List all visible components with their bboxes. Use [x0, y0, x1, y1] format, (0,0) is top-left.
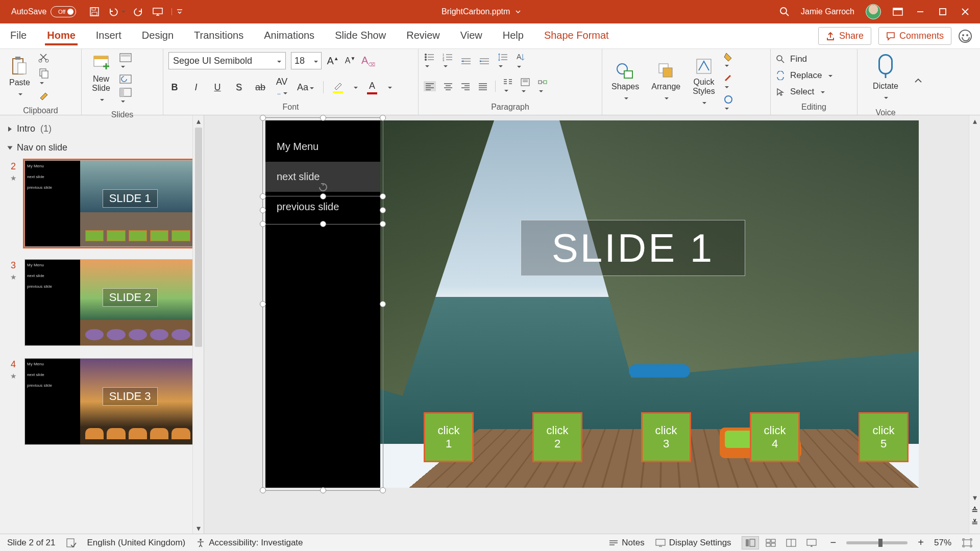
- grow-font-button[interactable]: A▲: [327, 55, 339, 67]
- save-icon[interactable]: [89, 7, 100, 17]
- arrange-button[interactable]: Arrange: [647, 60, 684, 105]
- click-1-shape[interactable]: click1: [424, 412, 474, 462]
- cut-button[interactable]: [38, 52, 50, 63]
- columns-button[interactable]: [503, 78, 513, 94]
- scroll-down-icon[interactable]: ▾: [193, 522, 204, 534]
- slide-canvas[interactable]: My Menu next slide previous slide: [265, 120, 919, 488]
- shapes-button[interactable]: Shapes: [607, 60, 643, 105]
- reading-view-button[interactable]: [782, 536, 800, 549]
- search-icon[interactable]: [779, 7, 790, 17]
- format-painter-button[interactable]: [38, 91, 50, 102]
- maximize-icon[interactable]: [937, 8, 948, 16]
- section-button[interactable]: [119, 88, 132, 105]
- tab-shape-format[interactable]: Shape Format: [542, 27, 611, 45]
- tab-animations[interactable]: Animations: [262, 27, 316, 45]
- bold-button[interactable]: B: [168, 82, 181, 93]
- numbering-button[interactable]: 123: [442, 53, 453, 70]
- notes-button[interactable]: Notes: [608, 538, 644, 548]
- tab-home[interactable]: Home: [45, 27, 78, 45]
- char-spacing-button[interactable]: AV↔: [276, 77, 288, 98]
- user-name[interactable]: Jamie Garroch: [801, 7, 854, 16]
- minimize-icon[interactable]: [915, 8, 926, 16]
- scroll-up-icon[interactable]: ▴: [193, 115, 204, 127]
- ribbon-display-icon[interactable]: [892, 8, 903, 16]
- scroll-up-icon[interactable]: ▴: [969, 115, 980, 127]
- scroll-down-icon[interactable]: ▾: [969, 492, 980, 503]
- layout-button[interactable]: [119, 53, 132, 70]
- reset-button[interactable]: [119, 74, 132, 84]
- slide-title[interactable]: SLIDE 1: [521, 220, 745, 276]
- shape-effects-button[interactable]: [723, 95, 734, 112]
- click-4-shape[interactable]: click4: [750, 412, 800, 462]
- highlight-dropdown[interactable]: [352, 83, 358, 91]
- prev-slide-nav-icon[interactable]: ≙: [969, 506, 980, 515]
- slide-thumbnail-2[interactable]: My Menunext slideprevious slide SLIDE 1: [24, 160, 198, 247]
- section-intro[interactable]: Intro (1): [5, 119, 200, 138]
- paste-button[interactable]: Paste: [5, 54, 34, 101]
- smartart-button[interactable]: [537, 78, 548, 95]
- zoom-slider-thumb[interactable]: [878, 539, 883, 547]
- strikethrough-button[interactable]: ab: [254, 82, 266, 93]
- language-status[interactable]: English (United Kingdom): [87, 538, 186, 548]
- textbox-selection[interactable]: [262, 196, 383, 224]
- scroll-thumb[interactable]: [195, 128, 202, 347]
- slide-position[interactable]: Slide 2 of 21: [7, 538, 56, 548]
- document-title[interactable]: BrightCarbon.pptm: [442, 7, 510, 16]
- new-slide-button[interactable]: New Slide: [87, 52, 115, 106]
- redo-button[interactable]: [134, 7, 144, 17]
- undo-button[interactable]: [108, 7, 126, 17]
- section-nav[interactable]: Nav on slide: [5, 138, 200, 157]
- replace-button[interactable]: Replace: [776, 70, 832, 81]
- slide-editor[interactable]: My Menu next slide previous slide: [204, 115, 980, 534]
- present-button[interactable]: [152, 7, 163, 17]
- user-avatar[interactable]: [866, 4, 881, 19]
- title-dropdown-icon[interactable]: [515, 9, 521, 15]
- normal-view-button[interactable]: [742, 536, 759, 549]
- font-size-combo[interactable]: 18: [291, 52, 322, 69]
- fit-window-button[interactable]: [962, 538, 973, 547]
- highlight-button[interactable]: [333, 81, 343, 93]
- click-2-shape[interactable]: click2: [532, 412, 582, 462]
- zoom-value[interactable]: 57%: [934, 538, 951, 548]
- outline-scrollbar[interactable]: ▴ ▾: [192, 115, 204, 534]
- tab-transitions[interactable]: Transitions: [192, 27, 246, 45]
- close-icon[interactable]: [960, 8, 971, 16]
- tab-file[interactable]: File: [8, 27, 29, 45]
- click-3-shape[interactable]: click3: [641, 412, 691, 462]
- tab-slideshow[interactable]: Slide Show: [333, 27, 388, 45]
- increase-indent-button[interactable]: [479, 57, 490, 66]
- display-settings-button[interactable]: Display Settings: [655, 538, 731, 548]
- align-right-button[interactable]: [460, 82, 471, 90]
- zoom-slider[interactable]: [846, 541, 908, 544]
- click-5-shape[interactable]: click5: [859, 412, 909, 462]
- change-case-button[interactable]: Aa: [297, 82, 314, 93]
- text-direction-button[interactable]: A: [516, 52, 526, 70]
- align-center-button[interactable]: [443, 82, 453, 90]
- slide-thumbnail-3[interactable]: My Menunext slideprevious slide SLIDE 2: [24, 259, 198, 346]
- italic-button[interactable]: I: [190, 82, 202, 93]
- tab-review[interactable]: Review: [404, 27, 442, 45]
- font-color-dropdown[interactable]: [386, 83, 392, 91]
- copy-button[interactable]: [38, 67, 50, 87]
- collapse-ribbon-button[interactable]: [914, 77, 929, 87]
- align-left-button[interactable]: [424, 81, 436, 91]
- tab-design[interactable]: Design: [140, 27, 176, 45]
- select-button[interactable]: Select: [776, 87, 832, 97]
- spellcheck-icon[interactable]: [66, 538, 77, 548]
- justify-button[interactable]: [478, 82, 488, 90]
- rotate-handle-icon[interactable]: [318, 182, 328, 192]
- clear-formatting-button[interactable]: A⌫: [361, 55, 375, 67]
- sorter-view-button[interactable]: [762, 536, 779, 549]
- zoom-out-button[interactable]: −: [830, 537, 837, 548]
- comments-button[interactable]: Comments: [878, 27, 951, 45]
- underline-button[interactable]: U: [211, 82, 224, 93]
- font-color-button[interactable]: A: [367, 81, 377, 94]
- quick-styles-button[interactable]: Quick Styles: [689, 55, 719, 109]
- toggle-switch[interactable]: Off: [51, 6, 76, 17]
- slideshow-view-button[interactable]: [803, 536, 820, 549]
- shape-outline-button[interactable]: [723, 73, 734, 91]
- shape-fill-button[interactable]: [723, 52, 734, 69]
- feedback-icon[interactable]: [959, 30, 972, 43]
- dictate-button[interactable]: Dictate: [869, 52, 902, 104]
- find-button[interactable]: Find: [776, 54, 832, 64]
